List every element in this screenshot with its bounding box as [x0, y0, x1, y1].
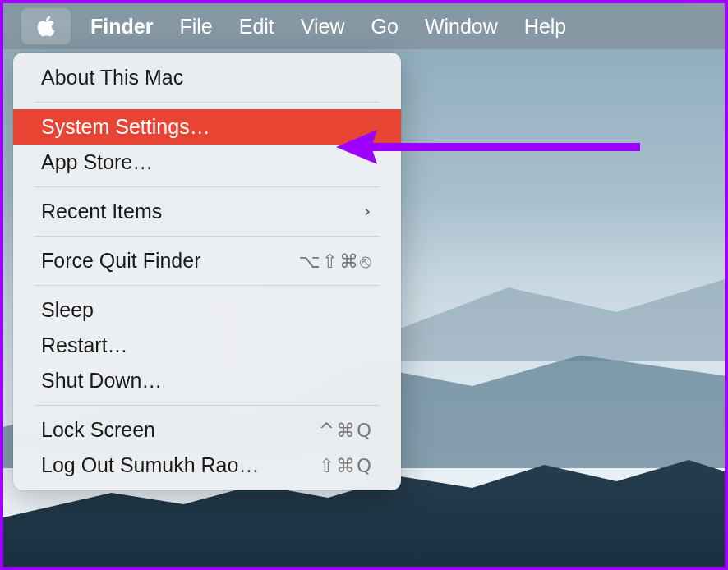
menu-item-label: Restart…: [41, 333, 128, 357]
menu-item-label: Force Quit Finder: [41, 249, 201, 273]
menu-sleep[interactable]: Sleep: [20, 292, 394, 328]
menu-separator: [35, 186, 380, 187]
apple-logo-icon: [35, 14, 57, 39]
chevron-right-icon: [362, 206, 373, 218]
menu-item-label: Shut Down…: [41, 369, 162, 393]
keyboard-shortcut: ⇧⌘Q: [319, 455, 373, 476]
menu-item-label: About This Mac: [41, 66, 183, 90]
menu-separator: [35, 285, 380, 286]
menu-item-label: Log Out Sumukh Rao…: [41, 453, 259, 477]
menu-system-settings[interactable]: System Settings…: [13, 109, 401, 145]
menu-recent-items[interactable]: Recent Items: [20, 194, 394, 229]
menu-help[interactable]: Help: [511, 8, 579, 44]
apple-menu-button[interactable]: [21, 8, 71, 44]
menu-edit[interactable]: Edit: [226, 8, 288, 44]
apple-menu-dropdown: About This Mac System Settings… App Stor…: [13, 53, 401, 490]
menu-separator: [35, 236, 380, 237]
menu-app-store[interactable]: App Store…: [20, 145, 394, 180]
menu-lock-screen[interactable]: Lock Screen ^⌘Q: [20, 412, 394, 448]
app-name-menu[interactable]: Finder: [77, 8, 166, 44]
menu-item-label: Lock Screen: [41, 418, 155, 442]
menu-shut-down[interactable]: Shut Down…: [20, 363, 394, 398]
menu-log-out[interactable]: Log Out Sumukh Rao… ⇧⌘Q: [20, 448, 394, 483]
menu-separator: [35, 405, 380, 406]
menu-item-label: App Store…: [41, 150, 153, 174]
menu-file[interactable]: File: [166, 8, 225, 44]
menubar: Finder File Edit View Go Window Help: [3, 3, 725, 49]
menu-item-label: Sleep: [41, 298, 94, 322]
menu-item-label: Recent Items: [41, 200, 162, 223]
menu-go[interactable]: Go: [358, 8, 412, 44]
keyboard-shortcut: ⌥⇧⌘⎋: [298, 251, 373, 272]
menu-item-label: System Settings…: [41, 115, 210, 139]
keyboard-shortcut: ^⌘Q: [319, 420, 373, 441]
menu-about-mac[interactable]: About This Mac: [20, 60, 394, 95]
menu-separator: [35, 102, 380, 103]
menu-view[interactable]: View: [288, 8, 358, 44]
menu-window[interactable]: Window: [412, 8, 511, 44]
menu-force-quit[interactable]: Force Quit Finder ⌥⇧⌘⎋: [20, 243, 394, 278]
menu-restart[interactable]: Restart…: [20, 328, 394, 363]
